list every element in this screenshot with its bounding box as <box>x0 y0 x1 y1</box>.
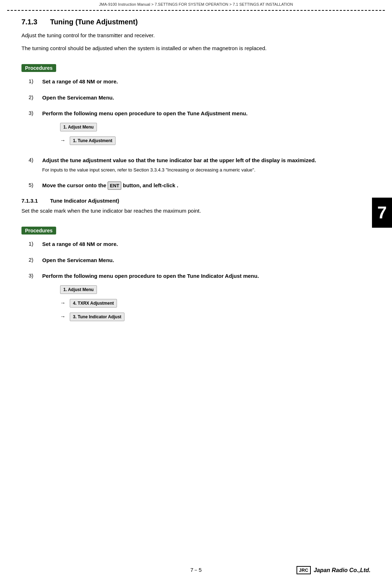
proc-2-text-3: Perform the following menu open procedur… <box>42 272 371 325</box>
section-713-title: Tuning (Tune Adjustment) <box>50 18 138 26</box>
section-713-para2: The turning control should be adjusted w… <box>21 44 371 53</box>
company-name: Japan Radio Co.,Ltd. <box>314 567 371 574</box>
arrow-icon-2: → <box>60 299 65 307</box>
section-7131-title: Tune Indicator Adjustment) <box>50 198 119 204</box>
proc-1-text-1: Set a range of 48 NM or more. <box>42 78 371 86</box>
procedures-badge-2: Procedures <box>21 227 56 235</box>
section-7131-header: 7.1.3.1 Tune Indicator Adjustment) <box>21 198 371 204</box>
proc-2-text-2: Open the Serviceman Menu. <box>42 256 371 265</box>
menu-step-1b: → 1. Tune Adjustment <box>60 135 371 146</box>
menu-box-adjust-2: 1. Adjust Menu <box>60 285 97 294</box>
proc-2-item-3: 3) Perform the following menu open proce… <box>29 272 371 325</box>
menu-box-txrx: 4. TXRX Adjustment <box>70 299 117 308</box>
menu-box-tune-ind: 3. Tune Indicator Adjust <box>70 313 124 321</box>
proc-1-item-5: 5) Move the cursor onto the ENT button, … <box>29 182 371 190</box>
proc-1-num-4: 4) <box>29 156 39 163</box>
proc-2-item-1: 1) Set a range of 48 NM or more. <box>29 240 371 248</box>
menu-step-2b: → 4. TXRX Adjustment <box>60 298 371 309</box>
proc-2-item-2: 2) Open the Serviceman Menu. <box>29 256 371 265</box>
proc-1-num-2: 2) <box>29 94 39 100</box>
breadcrumb: JMA-9100 Instruction Manual > 7.SETTINGS… <box>0 0 392 9</box>
proc-2-num-3: 3) <box>29 272 39 279</box>
proc-1-text-3: Perform the following menu open procedur… <box>42 110 371 149</box>
arrow-icon-3: → <box>60 313 65 321</box>
footer: 7－5 JRC Japan Radio Co.,Ltd. <box>0 567 392 574</box>
ent-box: ENT <box>108 182 121 190</box>
menu-box-adjust: 1. Adjust Menu <box>60 123 97 131</box>
proc-1-item-4: 4) Adjust the tune adjustment value so t… <box>29 156 371 174</box>
procedure-list-1: 1) Set a range of 48 NM or more. 2) Open… <box>29 78 371 190</box>
section-7131-para1: Set the scale mark when the tune indicat… <box>21 207 371 215</box>
menu-box-tune-adj: 1. Tune Adjustment <box>70 136 116 145</box>
menu-step-2a: 1. Adjust Menu <box>60 284 371 295</box>
proc-1-num-1: 1) <box>29 78 39 84</box>
section-713-num: 7.1.3 <box>21 18 43 26</box>
proc-2-text-1: Set a range of 48 NM or more. <box>42 240 371 248</box>
proc-1-text-2: Open the Serviceman Menu. <box>42 94 371 102</box>
proc-1-note-4: For inputs to the value input screen, re… <box>42 166 371 174</box>
menu-step-1a: 1. Adjust Menu <box>60 121 371 133</box>
proc-1-item-2: 2) Open the Serviceman Menu. <box>29 94 371 102</box>
chapter-tab: 7 <box>372 198 392 228</box>
proc-1-item-3: 3) Perform the following menu open proce… <box>29 110 371 149</box>
proc-1-text-4: Adjust the tune adjustment value so that… <box>42 156 371 174</box>
proc-1-item-1: 1) Set a range of 48 NM or more. <box>29 78 371 86</box>
section-713-para1: Adjust the tuning control for the transm… <box>21 31 371 40</box>
section-7131-num: 7.1.3.1 <box>21 198 50 204</box>
arrow-icon-1: → <box>60 136 65 145</box>
jrc-label: JRC <box>297 566 311 574</box>
procedures-badge-1: Procedures <box>21 64 56 72</box>
procedure-list-2: 1) Set a range of 48 NM or more. 2) Open… <box>29 240 371 325</box>
menu-step-2c: → 3. Tune Indicator Adjust <box>60 311 371 323</box>
proc-2-num-1: 1) <box>29 240 39 247</box>
proc-1-num-3: 3) <box>29 110 39 116</box>
proc-2-num-2: 2) <box>29 256 39 263</box>
section-713-header: 7.1.3 Tuning (Tune Adjustment) <box>21 18 371 26</box>
proc-1-text-5: Move the cursor onto the ENT button, and… <box>42 182 371 190</box>
footer-logo: JRC Japan Radio Co.,Ltd. <box>297 566 371 574</box>
proc-1-num-5: 5) <box>29 182 39 188</box>
